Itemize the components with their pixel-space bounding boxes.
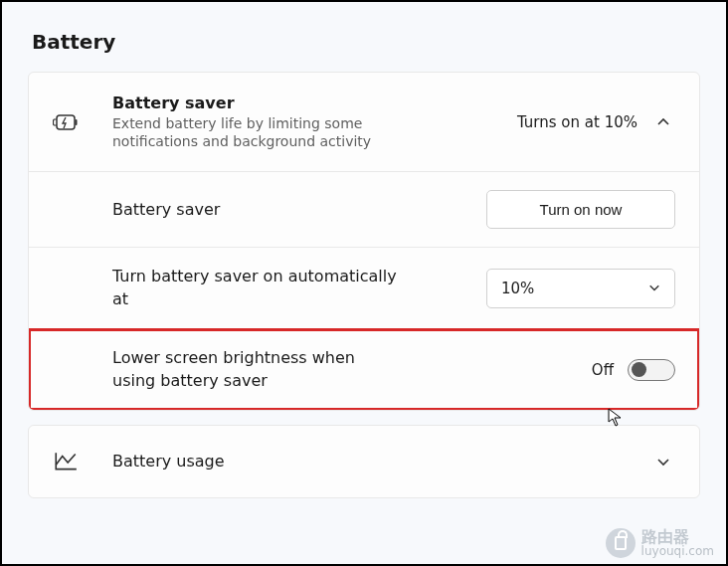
auto-threshold-select[interactable]: 10% [486,269,675,308]
auto-threshold-label: Turn battery saver on automatically at [112,266,401,310]
battery-saver-status: Turns on at 10% [517,113,637,131]
battery-saver-title: Battery saver [112,93,517,114]
section-title-battery: Battery [32,30,700,54]
battery-usage-card: Battery usage [28,425,700,498]
chevron-down-icon [648,280,660,297]
watermark-domain: luyouqi.com [641,545,714,557]
lower-brightness-label: Lower screen brightness when using batte… [112,347,401,392]
watermark-brand: 路由器 [641,529,714,545]
battery-usage-title: Battery usage [112,451,401,472]
battery-saver-card: Battery saver Extend battery life by lim… [28,72,700,411]
chevron-down-icon [651,455,675,469]
watermark: 路由器 luyouqi.com [606,528,714,558]
lock-icon [606,528,636,558]
battery-saver-text: Battery saver Extend battery life by lim… [112,93,517,151]
lower-brightness-toggle[interactable] [628,359,675,381]
battery-saver-header-row[interactable]: Battery saver Extend battery life by lim… [29,73,699,172]
auto-threshold-value: 10% [501,280,534,297]
lower-brightness-state: Off [592,361,614,379]
toggle-knob [632,362,646,377]
battery-saver-icon [53,111,112,133]
lower-brightness-row: Lower screen brightness when using batte… [29,329,699,410]
auto-threshold-row: Turn battery saver on automatically at 1… [29,248,699,329]
battery-usage-row[interactable]: Battery usage [29,426,699,497]
battery-saver-description: Extend battery life by limiting some not… [112,114,431,152]
turn-on-now-button[interactable]: Turn on now [486,190,675,229]
battery-saver-toggle-row: Battery saver Turn on now [29,172,699,248]
chevron-up-icon [651,115,675,129]
battery-saver-sub-label: Battery saver [112,199,401,221]
battery-usage-icon [53,451,112,472]
svg-rect-1 [76,119,78,125]
